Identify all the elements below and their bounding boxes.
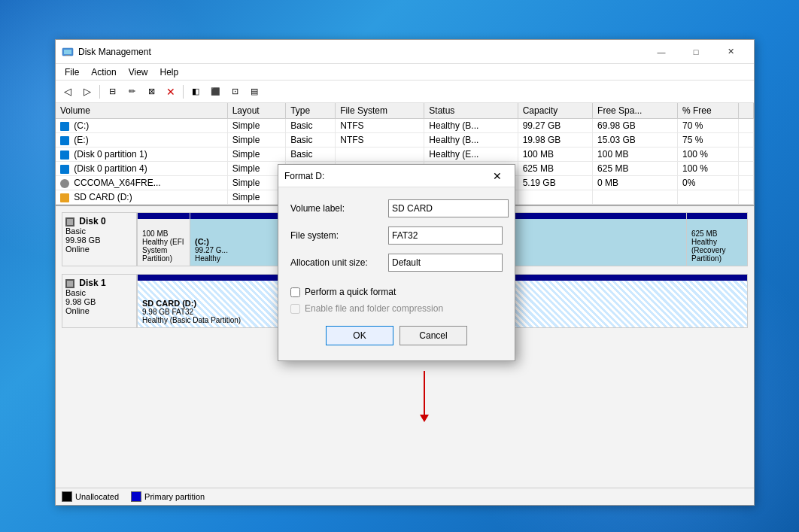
dialog-close-button[interactable]: ✕ (486, 165, 509, 187)
menu-view[interactable]: View (123, 65, 154, 79)
vol-icon (60, 122, 69, 131)
disk0-recovery-size: 625 MB (691, 230, 743, 238)
legend-primary: Primary partition (131, 491, 205, 502)
vol-icon (60, 150, 69, 160)
legend-primary-label: Primary partition (144, 492, 205, 501)
dialog-title-bar: Format D: ✕ (278, 165, 515, 187)
dialog-title: Format D: (284, 171, 486, 181)
col-layout: Layout (227, 103, 286, 119)
toolbar-btn-8[interactable]: ⬛ (206, 83, 224, 101)
toolbar-btn-3[interactable]: ⊟ (103, 83, 121, 101)
toolbar-btn-red-x[interactable]: ✕ (162, 83, 180, 101)
maximize-button[interactable]: □ (679, 40, 713, 64)
disk1-status: Online (65, 306, 133, 315)
disk0-recovery-type: Healthy (Recovery Partition) (691, 238, 743, 263)
alloc-unit-select[interactable]: Default 512 1024 2048 4096 (388, 254, 503, 272)
back-button[interactable]: ◁ (59, 83, 77, 101)
vol-icon (60, 165, 69, 174)
menu-file[interactable]: File (59, 65, 85, 79)
volume-label-row: Volume label: (290, 199, 503, 217)
table-row[interactable]: (C:) Simple Basic NTFS Healthy (B... 99.… (56, 119, 754, 133)
window-title: Disk Management (78, 47, 644, 57)
legend-unallocated-box (62, 491, 72, 502)
toolbar-btn-9[interactable]: ⊡ (226, 83, 244, 101)
cancel-button[interactable]: Cancel (400, 326, 467, 345)
disk0-size: 99.98 GB (65, 236, 133, 245)
cd-icon (60, 179, 69, 188)
disk1-type: Basic (65, 288, 133, 297)
toolbar-btn-5[interactable]: ⊠ (142, 83, 160, 101)
col-volume: Volume (56, 103, 227, 119)
disk0-efi-partition[interactable]: 100 MB Healthy (EFI System Partition) (138, 213, 190, 266)
table-row[interactable]: (E:) Simple Basic NTFS Healthy (B... 19.… (56, 133, 754, 147)
toolbar-btn-4[interactable]: ✏ (123, 83, 141, 101)
col-pctfree: % Free (678, 103, 739, 119)
volume-label-label: Volume label: (290, 203, 388, 214)
disk-management-window: Disk Management — □ ✕ File Action View H… (55, 39, 755, 506)
col-capacity: Capacity (518, 103, 592, 119)
quick-format-label: Perform a quick format (305, 287, 396, 297)
legend-primary-box (131, 491, 141, 502)
disk0-recovery-partition[interactable]: 625 MB Healthy (Recovery Partition) (687, 213, 747, 266)
disk0-label: Disk 0 Basic 99.98 GB Online (62, 212, 137, 266)
file-system-select[interactable]: FAT32 NTFS exFAT (388, 226, 503, 245)
title-bar: Disk Management — □ ✕ (56, 40, 754, 64)
format-dialog: Format D: ✕ Volume label: File system: F… (278, 164, 515, 361)
quick-format-checkbox[interactable] (290, 287, 300, 297)
volume-label-input[interactable] (388, 199, 509, 217)
table-row[interactable]: (Disk 0 partition 1) Simple Basic Health… (56, 147, 754, 162)
dialog-body: Volume label: File system: FAT32 NTFS ex… (278, 187, 515, 360)
ok-button[interactable]: OK (326, 326, 393, 345)
window-icon (62, 46, 74, 58)
col-freespace: Free Spa... (593, 103, 678, 119)
disk1-size: 9.98 GB (65, 297, 133, 306)
minimize-button[interactable]: — (644, 40, 679, 64)
file-system-label: File system: (290, 230, 388, 241)
separator-1 (99, 85, 100, 99)
col-status: Status (424, 103, 518, 119)
toolbar-btn-10[interactable]: ▤ (245, 83, 263, 101)
disk1-name: Disk 1 (65, 278, 133, 288)
legend-unallocated-label: Unallocated (75, 492, 119, 501)
toolbar: ◁ ▷ ⊟ ✏ ⊠ ✕ ◧ ⬛ ⊡ ▤ (56, 81, 754, 103)
legend-unallocated: Unallocated (62, 491, 119, 502)
svg-rect-6 (67, 281, 73, 287)
alloc-unit-label: Allocation unit size: (290, 257, 388, 268)
vol-icon (60, 136, 69, 145)
disk0-efi-size: 100 MB (142, 230, 185, 238)
menu-action[interactable]: Action (85, 65, 122, 79)
svg-rect-1 (64, 50, 71, 54)
disk0-type: Basic (65, 226, 133, 236)
alloc-unit-row: Allocation unit size: Default 512 1024 2… (290, 254, 503, 272)
compression-row: Enable file and folder compression (290, 303, 503, 314)
menu-help[interactable]: Help (154, 65, 185, 79)
svg-rect-2 (65, 55, 70, 56)
window-controls: — □ ✕ (644, 40, 748, 64)
toolbar-btn-7[interactable]: ◧ (187, 83, 205, 101)
alloc-unit-select-wrapper: Default 512 1024 2048 4096 (388, 254, 503, 272)
file-system-select-wrapper: FAT32 NTFS exFAT (388, 226, 503, 245)
dialog-buttons: OK Cancel (290, 320, 503, 348)
col-type: Type (286, 103, 336, 119)
disk0-status: Online (65, 245, 133, 254)
separator-2 (183, 85, 184, 99)
disk1-label: Disk 1 Basic 9.98 GB Online (62, 274, 137, 328)
legend: Unallocated Primary partition (56, 488, 754, 505)
quick-format-row: Perform a quick format (290, 287, 503, 297)
disk0-efi-type: Healthy (EFI System Partition) (142, 238, 185, 263)
compression-checkbox[interactable] (290, 304, 300, 314)
col-filesystem: File System (336, 103, 424, 119)
col-extra (738, 103, 753, 119)
close-button[interactable]: ✕ (713, 40, 748, 64)
sd-icon (60, 193, 69, 202)
forward-button[interactable]: ▷ (78, 83, 96, 101)
svg-rect-4 (67, 219, 73, 225)
file-system-row: File system: FAT32 NTFS exFAT (290, 226, 503, 245)
disk0-name: Disk 0 (65, 216, 133, 226)
menu-bar: File Action View Help (56, 64, 754, 81)
compression-label: Enable file and folder compression (305, 303, 443, 314)
